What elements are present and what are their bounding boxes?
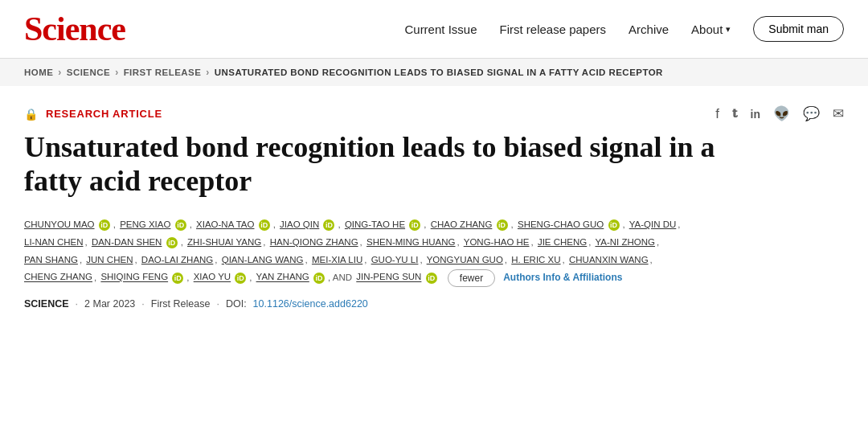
orcid-peng-xiao[interactable]: iD bbox=[175, 219, 186, 231]
reddit-icon[interactable]: 👽 bbox=[773, 105, 790, 122]
author-jie-cheng[interactable]: JIE CHENG bbox=[538, 237, 587, 247]
author-chao-zhang[interactable]: CHAO ZHANG bbox=[431, 219, 493, 229]
breadcrumb-sep-3: › bbox=[206, 67, 209, 78]
meta-dot-1: · bbox=[76, 298, 78, 310]
facebook-icon[interactable]: f bbox=[715, 106, 719, 122]
author-shen-ming-huang[interactable]: SHEN-MING HUANG bbox=[366, 237, 456, 247]
orcid-chunyou-mao[interactable]: iD bbox=[99, 219, 110, 231]
orcid-jiao-qin[interactable]: iD bbox=[323, 219, 334, 231]
author-ya-qin-du[interactable]: YA-QIN DU bbox=[629, 219, 677, 229]
author-xiao-yu[interactable]: XIAO YU bbox=[194, 273, 231, 282]
orcid-yan-zhang[interactable]: iD bbox=[313, 273, 325, 284]
breadcrumb-home[interactable]: HOME bbox=[24, 68, 53, 77]
orcid-xiao-na-tao[interactable]: iD bbox=[259, 219, 270, 231]
orcid-qing-tao-he[interactable]: iD bbox=[409, 219, 420, 231]
article-label-row: 🔒 RESEARCH ARTICLE f 𝕥 in 👽 💬 ✉ bbox=[24, 105, 844, 122]
breadcrumb-first-release[interactable]: FIRST RELEASE bbox=[124, 68, 202, 77]
author-sheng-chao-guo[interactable]: SHENG-CHAO GUO bbox=[518, 219, 604, 229]
article-meta: SCIENCE · 2 Mar 2023 · First Release · D… bbox=[24, 298, 844, 310]
nav-first-release[interactable]: First release papers bbox=[500, 23, 607, 36]
author-pan-shang[interactable]: PAN SHANG bbox=[24, 255, 78, 265]
breadcrumb-current: UNSATURATED BOND RECOGNITION LEADS TO BI… bbox=[215, 68, 663, 77]
author-shiqing-feng[interactable]: SHIQING FENG bbox=[100, 273, 168, 282]
author-jun-chen[interactable]: JUN CHEN bbox=[86, 255, 133, 265]
breadcrumb-science[interactable]: SCIENCE bbox=[67, 68, 110, 77]
meta-dot-2: · bbox=[141, 298, 144, 310]
author-h-eric-xu[interactable]: H. ERIC XU bbox=[511, 255, 560, 265]
author-li-nan-chen[interactable]: LI-NAN CHEN bbox=[24, 237, 83, 247]
nav-current-issue[interactable]: Current Issue bbox=[404, 23, 477, 36]
orcid-shiqing-feng[interactable]: iD bbox=[172, 273, 183, 284]
main-nav: Current Issue First release papers Archi… bbox=[404, 16, 844, 42]
author-peng-xiao[interactable]: PENG XIAO bbox=[120, 219, 170, 229]
author-mei-xia-liu[interactable]: MEI-XIA LIU bbox=[312, 255, 362, 265]
orcid-jin-peng-sun[interactable]: iD bbox=[426, 273, 437, 284]
chevron-down-icon: ▾ bbox=[726, 24, 731, 35]
meta-doi-link[interactable]: 10.1126/science.add6220 bbox=[253, 298, 368, 310]
article-area: 🔒 RESEARCH ARTICLE f 𝕥 in 👽 💬 ✉ Unsatura… bbox=[0, 86, 868, 326]
orcid-dan-dan-shen[interactable]: iD bbox=[166, 237, 178, 248]
wechat-icon[interactable]: 💬 bbox=[803, 105, 820, 122]
social-icons: f 𝕥 in 👽 💬 ✉ bbox=[715, 105, 844, 122]
twitter-icon[interactable]: 𝕥 bbox=[732, 107, 737, 121]
author-zhi-shuai-yang[interactable]: ZHI-SHUAI YANG bbox=[187, 237, 261, 247]
header: Science Current Issue First release pape… bbox=[0, 0, 868, 59]
author-jiao-qin[interactable]: JIAO QIN bbox=[280, 219, 319, 229]
orcid-chao-zhang[interactable]: iD bbox=[497, 219, 508, 231]
affiliations-link[interactable]: Authors Info & Affiliations bbox=[503, 269, 622, 287]
author-yong-hao-he[interactable]: YONG-HAO HE bbox=[464, 237, 530, 247]
author-qian-lang-wang[interactable]: QIAN-LANG WANG bbox=[222, 255, 304, 265]
author-ya-ni-zhong[interactable]: YA-NI ZHONG bbox=[595, 237, 655, 247]
author-yan-zhang[interactable]: YAN ZHANG bbox=[256, 273, 309, 282]
meta-date: 2 Mar 2023 bbox=[84, 298, 135, 310]
nav-about[interactable]: About ▾ bbox=[691, 23, 731, 36]
authors-section: CHUNYOU MAO iD, PENG XIAO iD, XIAO-NA TA… bbox=[24, 216, 812, 287]
author-jin-peng-sun[interactable]: JIN-PENG SUN bbox=[356, 273, 421, 282]
author-chunyou-mao[interactable]: CHUNYOU MAO bbox=[24, 219, 95, 229]
author-xiao-na-tao[interactable]: XIAO-NA TAO bbox=[196, 219, 254, 229]
breadcrumb: HOME › SCIENCE › FIRST RELEASE › UNSATUR… bbox=[0, 59, 868, 86]
article-type: RESEARCH ARTICLE bbox=[46, 108, 162, 120]
breadcrumb-sep-1: › bbox=[58, 67, 61, 78]
orcid-sheng-chao-guo[interactable]: iD bbox=[608, 219, 620, 231]
fewer-button[interactable]: fewer bbox=[448, 269, 495, 287]
author-cheng-zhang[interactable]: CHENG ZHANG bbox=[24, 273, 92, 282]
linkedin-icon[interactable]: in bbox=[751, 108, 760, 121]
nav-archive[interactable]: Archive bbox=[628, 23, 669, 36]
article-label-left: 🔒 RESEARCH ARTICLE bbox=[24, 108, 162, 121]
author-dan-dan-shen[interactable]: DAN-DAN SHEN bbox=[92, 237, 162, 247]
author-yongyuan-guo[interactable]: YONGYUAN GUO bbox=[427, 255, 503, 265]
lock-icon: 🔒 bbox=[24, 108, 38, 121]
breadcrumb-sep-2: › bbox=[115, 67, 118, 78]
author-guo-yu-li[interactable]: GUO-YU LI bbox=[371, 255, 419, 265]
article-title: Unsaturated bond recognition leads to bi… bbox=[24, 130, 747, 199]
site-logo[interactable]: Science bbox=[24, 10, 125, 48]
author-qing-tao-he[interactable]: QING-TAO HE bbox=[345, 219, 405, 229]
meta-type: First Release bbox=[151, 298, 211, 310]
email-icon[interactable]: ✉ bbox=[833, 105, 844, 122]
author-dao-lai-zhang[interactable]: DAO-LAI ZHANG bbox=[141, 255, 213, 265]
meta-journal: SCIENCE bbox=[24, 298, 69, 310]
meta-dot-3: · bbox=[216, 298, 219, 310]
author-han-qiong-zhang[interactable]: HAN-QIONG ZHANG bbox=[270, 237, 358, 247]
orcid-xiao-yu[interactable]: iD bbox=[235, 273, 246, 284]
submit-button[interactable]: Submit man bbox=[753, 16, 844, 42]
meta-doi-label: DOI: bbox=[226, 298, 247, 310]
author-chuanxin-wang[interactable]: CHUANXIN WANG bbox=[569, 255, 649, 265]
